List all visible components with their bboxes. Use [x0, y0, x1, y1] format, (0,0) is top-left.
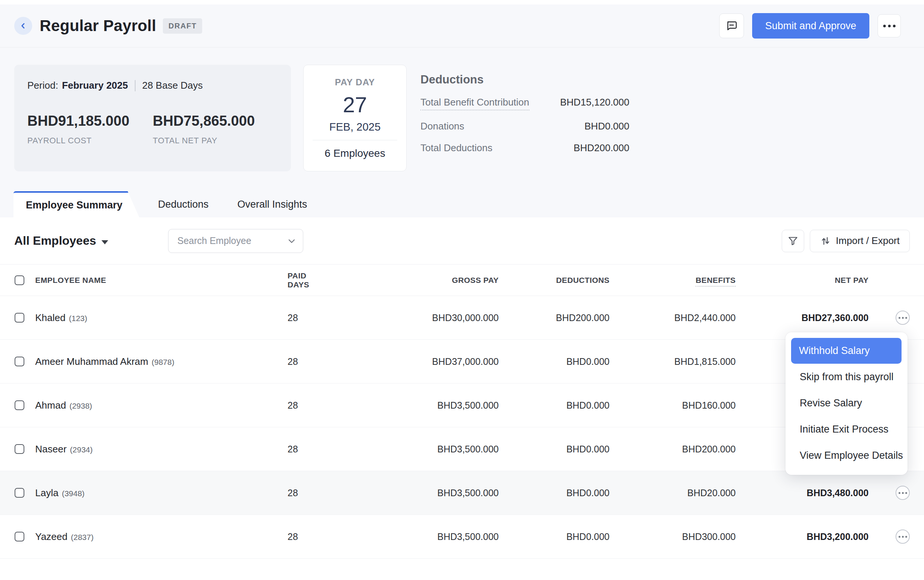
submit-and-approve-button[interactable]: Submit and Approve — [752, 13, 870, 38]
back-button[interactable] — [14, 17, 32, 35]
row-checkbox[interactable] — [15, 532, 24, 542]
column-header-net-pay: NET PAY — [736, 276, 869, 285]
arrows-up-down-icon — [820, 236, 831, 247]
funnel-icon — [788, 236, 798, 246]
deductions-title: Deductions — [421, 73, 629, 86]
row-actions-menu: Withhold Salary Skip from this payroll R… — [785, 332, 908, 475]
total-benefit-contribution-label[interactable]: Total Benefit Contribution — [421, 97, 530, 110]
table-header-row: EMPLOYEE NAME PAID DAYS GROSS PAY DEDUCT… — [0, 264, 924, 296]
total-net-pay-value: BHD75,865.000 — [153, 113, 278, 129]
table-row: Layla(3948) 28 BHD3,500.000 BHD0.000 BHD… — [0, 471, 924, 515]
row-actions-button[interactable] — [896, 529, 910, 544]
employee-name[interactable]: Khaled — [35, 312, 66, 323]
deductions-cell: BHD0.000 — [499, 356, 609, 367]
comment-icon — [726, 20, 738, 32]
filter-button[interactable] — [782, 230, 804, 252]
period-value: February 2025 — [62, 80, 128, 91]
employee-id: (2837) — [71, 533, 94, 542]
employee-id: (9878) — [152, 358, 175, 366]
deductions-cell: BHD0.000 — [499, 488, 609, 498]
base-days: 28 Base Days — [142, 80, 203, 91]
paid-days-cell: 28 — [287, 488, 330, 498]
period-card: Period: February 2025 28 Base Days BHD91… — [14, 65, 291, 171]
row-actions-button[interactable] — [896, 486, 910, 500]
select-all-checkbox[interactable] — [15, 275, 24, 285]
row-checkbox[interactable] — [15, 357, 24, 366]
comment-button[interactable] — [719, 13, 744, 38]
page-header-region: Regular Payroll DRAFT Submit and Approve… — [0, 5, 924, 218]
employee-name[interactable]: Ahmad — [35, 400, 66, 411]
benefits-cell: BHD300.000 — [609, 531, 736, 542]
tab-overall-insights[interactable]: Overall Insights — [228, 191, 316, 218]
total-net-pay-label: TOTAL NET PAY — [153, 136, 278, 145]
payroll-cost-value: BHD91,185.000 — [27, 113, 153, 129]
total-deductions-value: BHD200.000 — [574, 142, 629, 154]
gross-pay-cell: BHD3,500.000 — [330, 444, 499, 455]
deductions-cell: BHD200.000 — [499, 313, 609, 323]
payday-employee-count: 6 Employees — [304, 147, 406, 160]
donations-label: Donations — [421, 120, 464, 132]
net-pay-cell: BHD3,480.000 — [736, 488, 869, 498]
employee-id: (2934) — [70, 445, 93, 454]
employee-search-combobox[interactable] — [168, 229, 303, 253]
row-checkbox[interactable] — [15, 444, 24, 454]
employee-name[interactable]: Yazeed — [35, 531, 68, 542]
more-actions-button[interactable] — [878, 14, 901, 38]
summary-row: Period: February 2025 28 Base Days BHD91… — [0, 48, 924, 171]
row-actions-button[interactable] — [896, 311, 910, 325]
gross-pay-cell: BHD30,000.000 — [330, 313, 499, 323]
import-export-button[interactable]: Import / Export — [810, 230, 910, 252]
employee-name[interactable]: Layla — [35, 487, 58, 498]
gross-pay-cell: BHD37,000.000 — [330, 356, 499, 367]
search-input[interactable] — [177, 235, 287, 247]
net-pay-cell: BHD3,200.000 — [736, 531, 869, 542]
payday-date: FEB, 2025 — [304, 121, 406, 133]
column-header-gross-pay: GROSS PAY — [330, 276, 499, 285]
donations-value: BHD0.000 — [584, 120, 629, 132]
menu-item-revise-salary[interactable]: Revise Salary — [785, 390, 908, 416]
payroll-cost-label: PAYROLL COST — [27, 136, 153, 145]
paid-days-cell: 28 — [287, 531, 330, 542]
benefits-cell: BHD200.000 — [609, 444, 736, 455]
list-filter-label: All Employees — [14, 234, 96, 248]
tab-bar: Employee Summary Deductions Overall Insi… — [0, 191, 924, 218]
employee-name[interactable]: Naseer — [35, 443, 67, 455]
page-title: Regular Payroll — [40, 17, 156, 35]
net-pay-cell: BHD27,360.000 — [736, 313, 869, 323]
menu-item-skip-from-payroll[interactable]: Skip from this payroll — [785, 364, 908, 390]
status-badge: DRAFT — [163, 18, 202, 34]
payday-label: PAY DAY — [304, 77, 406, 87]
column-header-deductions: DEDUCTIONS — [499, 276, 609, 285]
chevron-left-icon — [20, 22, 27, 30]
chevron-down-icon — [287, 237, 296, 246]
tab-employee-summary[interactable]: Employee Summary — [13, 191, 139, 218]
deductions-cell: BHD0.000 — [499, 444, 609, 455]
row-checkbox[interactable] — [15, 400, 24, 410]
period-label: Period: — [27, 80, 58, 91]
employee-id: (3948) — [62, 489, 85, 498]
column-header-benefits[interactable]: BENEFITS — [609, 276, 736, 285]
top-strip — [0, 0, 924, 5]
paid-days-cell: 28 — [287, 313, 330, 323]
menu-item-withhold-salary[interactable]: Withhold Salary — [791, 338, 901, 364]
deductions-cell: BHD0.000 — [499, 400, 609, 411]
ellipsis-icon — [883, 25, 896, 27]
employee-list-filter[interactable]: All Employees — [14, 234, 108, 248]
menu-item-initiate-exit-process[interactable]: Initiate Exit Process — [785, 416, 908, 442]
divider — [313, 140, 397, 140]
benefits-cell: BHD2,440.000 — [609, 313, 736, 323]
table-toolbar: All Employees Import / Export — [0, 218, 924, 264]
benefits-cell: BHD1,815.000 — [609, 356, 736, 367]
total-deductions-label: Total Deductions — [421, 142, 492, 154]
row-checkbox[interactable] — [15, 313, 24, 323]
tab-deductions[interactable]: Deductions — [149, 191, 218, 218]
gross-pay-cell: BHD3,500.000 — [330, 531, 499, 542]
deductions-panel: Deductions Total Benefit Contribution BH… — [421, 65, 629, 171]
employee-name[interactable]: Ameer Muhammad Akram — [35, 356, 148, 367]
menu-item-view-employee-details[interactable]: View Employee Details — [785, 442, 908, 468]
paid-days-cell: 28 — [287, 444, 330, 455]
column-header-employee-name: EMPLOYEE NAME — [35, 276, 287, 285]
row-checkbox[interactable] — [15, 488, 24, 498]
paid-days-cell: 28 — [287, 356, 330, 367]
divider — [135, 80, 135, 91]
